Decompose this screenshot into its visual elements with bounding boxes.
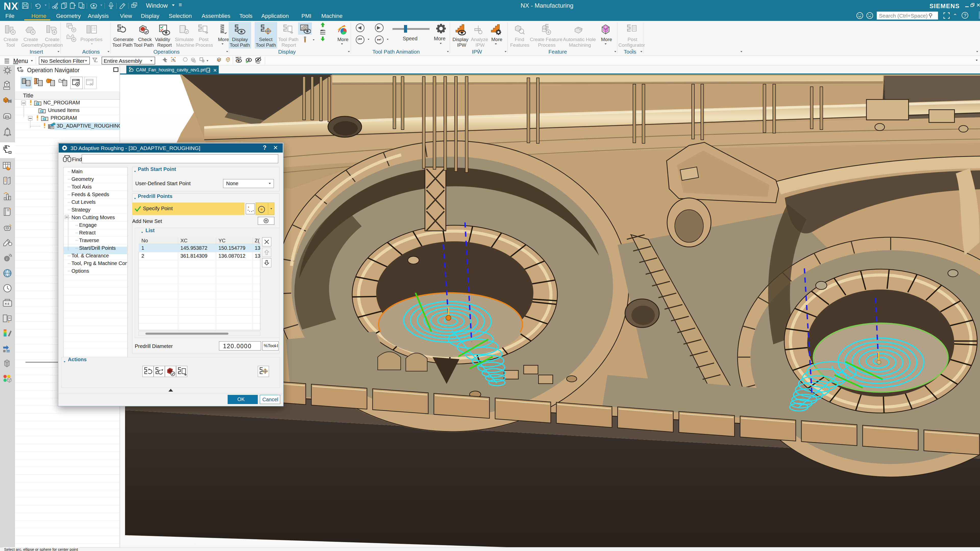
svg-text:MCS: MCS [236, 56, 242, 59]
svg-text:i: i [6, 257, 7, 261]
